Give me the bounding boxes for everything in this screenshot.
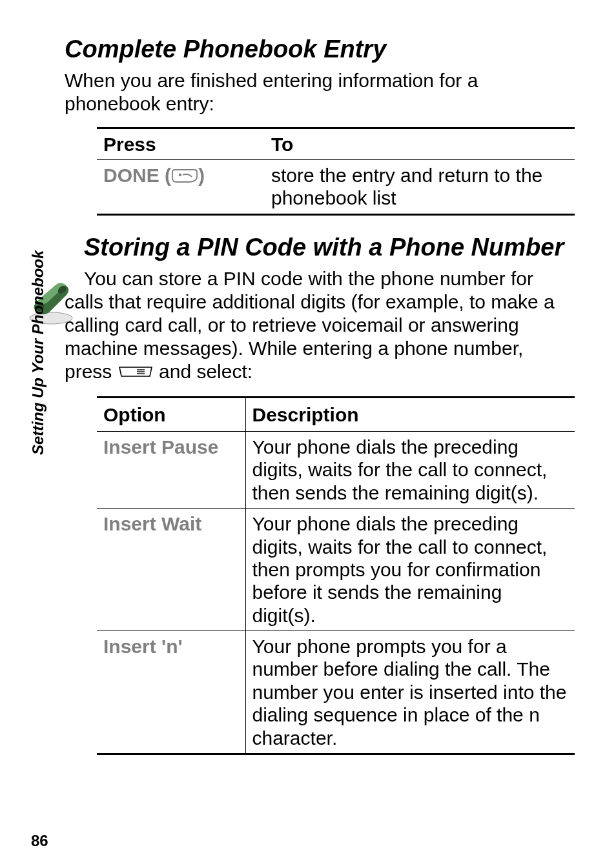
table2-head-description: Description	[245, 397, 575, 431]
section-heading-pin: Storing a PIN Code with a Phone Number	[84, 234, 575, 262]
press-to-table: Press To DONE ( ) store the entry and re…	[97, 127, 575, 216]
table1-head-press: Press	[97, 128, 265, 159]
softkey-right-icon	[171, 165, 198, 188]
section2-intro: You can store a PIN code with the phone …	[65, 267, 575, 385]
table-row: Insert Pause Your phone dials the preced…	[97, 431, 575, 508]
svg-point-0	[179, 174, 181, 176]
opt-insert-n: Insert 'n'	[97, 631, 245, 754]
option-description-table: Option Description Insert Pause Your pho…	[97, 396, 575, 755]
opt-insert-pause: Insert Pause	[97, 431, 245, 508]
table-row: DONE ( ) store the entry and return to t…	[97, 160, 575, 215]
paren-close: )	[198, 165, 205, 186]
desc-n-post: character.	[252, 727, 338, 749]
paren-open: (	[165, 165, 171, 186]
intro-line3: and select:	[154, 361, 252, 382]
table-row: Insert 'n' Your phone prompts you for a …	[97, 631, 575, 754]
page-content: Complete Phonebook Entry When you are fi…	[65, 35, 575, 773]
opt-insert-wait: Insert Wait	[97, 509, 245, 631]
side-running-head: Setting Up Your Phonebook	[29, 250, 47, 455]
page-number: 86	[31, 832, 48, 850]
table-row: Insert Wait Your phone dials the precedi…	[97, 509, 575, 631]
pin-section: Storing a PIN Code with a Phone Number Y…	[65, 234, 575, 755]
desc-n-pre: Your phone prompts you for a number befo…	[252, 636, 567, 725]
desc-insert-wait: Your phone dials the preceding digits, w…	[245, 509, 575, 631]
section1-intro: When you are finished entering informati…	[65, 69, 575, 116]
table1-head-to: To	[265, 128, 575, 159]
desc-n-char: n	[529, 704, 540, 725]
menu-key-icon	[118, 361, 154, 385]
table2-head-option: Option	[97, 397, 245, 431]
done-label: DONE	[103, 165, 159, 186]
desc-insert-n: Your phone prompts you for a number befo…	[245, 631, 575, 754]
table1-to-cell: store the entry and return to the phoneb…	[265, 160, 575, 215]
desc-insert-pause: Your phone dials the preceding digits, w…	[245, 431, 575, 508]
section-heading-complete: Complete Phonebook Entry	[65, 35, 575, 64]
